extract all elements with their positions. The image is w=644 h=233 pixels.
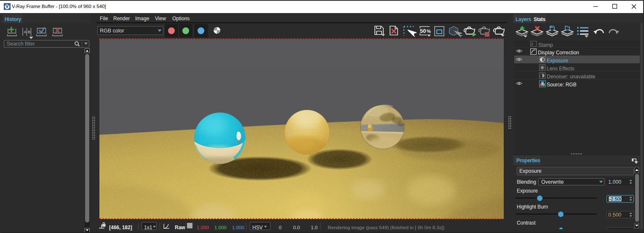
svg-text:B: B: [28, 29, 31, 34]
svg-text:i: i: [532, 42, 533, 46]
svg-text:%: %: [427, 29, 431, 34]
svg-text:A: A: [24, 29, 27, 34]
svg-text:50: 50: [420, 28, 426, 34]
